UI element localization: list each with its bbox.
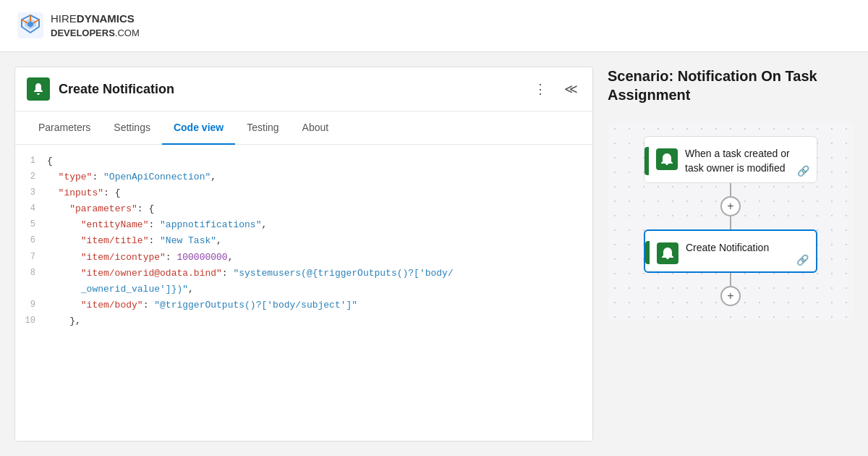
tab-settings[interactable]: Settings [102, 111, 162, 145]
line-content: "parameters": { [47, 201, 154, 217]
code-line-1: 1 { [15, 153, 592, 169]
logo-hire: HIRE [51, 12, 77, 25]
line-number: 9 [21, 297, 47, 313]
flow-line-2 [730, 273, 731, 286]
line-number: 4 [21, 201, 47, 217]
app-header: HIREDYNAMICS DEVELOPERS.COM [0, 0, 868, 52]
flow-card-bar [645, 241, 650, 264]
flow-card-trigger-icon [656, 148, 678, 170]
line-number: 1 [21, 153, 47, 169]
line-number: 10 [21, 313, 47, 329]
line-number: 3 [21, 185, 47, 201]
code-line-2: 2 "type": "OpenApiConnection", [15, 169, 592, 185]
flow-line-bottom [730, 216, 731, 229]
code-line-6: 6 "item/title": "New Task", [15, 233, 592, 249]
line-content: "item/icontype": 100000000, [47, 250, 233, 266]
code-line-9: 9 "item/body": "@triggerOutputs()?['body… [15, 297, 592, 313]
flow-connector-1: + [720, 183, 741, 229]
panel-header: Create Notification ⋮ ≪ [15, 67, 592, 111]
code-line-5: 5 "entityName": "appnotifications", [15, 217, 592, 233]
line-content: "type": "OpenApiConnection", [47, 169, 216, 185]
logo-icon [17, 12, 43, 38]
panel-actions: ⋮ ≪ [531, 78, 581, 100]
panel-icon [27, 77, 50, 101]
line-number: 6 [21, 233, 47, 249]
code-line-7: 7 "item/icontype": 100000000, [15, 250, 592, 266]
more-options-button[interactable]: ⋮ [531, 78, 550, 100]
link-icon: 🔗 [797, 165, 809, 177]
code-line-4: 4 "parameters": { [15, 201, 592, 217]
tab-code-view[interactable]: Code view [162, 111, 235, 145]
line-number: 2 [21, 169, 47, 185]
panel-title: Create Notification [59, 82, 522, 97]
line-content: }, [47, 313, 81, 329]
tabs-bar: Parameters Settings Code view Testing Ab… [15, 111, 592, 145]
logo-com: .COM [115, 28, 140, 38]
flow-card-action-icon [657, 242, 678, 264]
line-content: { [47, 153, 53, 169]
right-panel: Scenario: Notification On Task Assignmen… [608, 67, 854, 442]
code-line-8: 8 "item/ownerid@odata.bind": "systemuser… [15, 266, 592, 297]
logo-text: HIREDYNAMICS DEVELOPERS.COM [51, 12, 140, 40]
logo: HIREDYNAMICS DEVELOPERS.COM [17, 12, 140, 40]
link-icon-2: 🔗 [796, 254, 809, 266]
logo-dynamics: DYNAMICS [77, 12, 135, 25]
flow-bottom-connector: + [720, 273, 741, 306]
line-number: 5 [21, 217, 47, 233]
scenario-title: Scenario: Notification On Task Assignmen… [608, 67, 854, 104]
action-icon [661, 247, 674, 260]
line-content: "inputs": { [47, 185, 120, 201]
logo-developers: DEVELOPERS [51, 28, 115, 38]
line-content: "item/ownerid@odata.bind": "systemusers(… [47, 266, 454, 297]
flow-card-action[interactable]: Create Notification 🔗 [644, 229, 817, 273]
flow-card-trigger-text: When a task created or task owner is mod… [685, 147, 807, 175]
collapse-button[interactable]: ≪ [561, 78, 581, 100]
add-step-button-2[interactable]: + [720, 286, 741, 306]
add-step-button-1[interactable]: + [720, 196, 741, 216]
left-panel: Create Notification ⋮ ≪ Parameters Setti… [14, 67, 593, 442]
line-content: "item/body": "@triggerOutputs()?['body/s… [47, 297, 357, 313]
flow-card-bar [644, 147, 649, 175]
flow-line [730, 183, 731, 196]
trigger-icon [660, 153, 673, 166]
tab-about[interactable]: About [291, 111, 341, 145]
code-line-3: 3 "inputs": { [15, 185, 592, 201]
flow-diagram: When a task created or task owner is mod… [608, 122, 854, 321]
code-line-10: 10 }, [15, 313, 592, 329]
tab-parameters[interactable]: Parameters [27, 111, 102, 145]
line-content: "item/title": "New Task", [47, 233, 222, 249]
flow-card-trigger[interactable]: When a task created or task owner is mod… [644, 136, 817, 183]
main-content: Create Notification ⋮ ≪ Parameters Setti… [0, 52, 868, 456]
line-content: "entityName": "appnotifications", [47, 217, 267, 233]
flow-card-action-text: Create Notification [686, 241, 806, 256]
tab-testing[interactable]: Testing [235, 111, 290, 145]
code-editor: 1 { 2 "type": "OpenApiConnection", 3 "in… [15, 145, 592, 441]
line-number: 8 [21, 266, 47, 297]
line-number: 7 [21, 250, 47, 266]
notification-icon [31, 82, 46, 96]
